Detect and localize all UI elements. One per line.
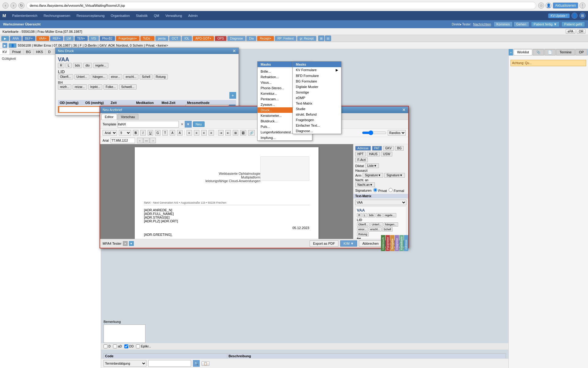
diktat-button[interactable]: Liste▼ — [365, 163, 379, 168]
submenu-bg-formulare[interactable]: BG Formulare — [293, 79, 341, 84]
side-tab-diagnose[interactable]: Diagnose — [395, 235, 399, 239]
submenu-einfacher-text[interactable]: Einfacher Text... — [293, 123, 341, 128]
nav-organisation[interactable]: Organisation — [108, 13, 132, 18]
arztbrief-tab-editor[interactable]: Editor — [101, 114, 117, 120]
submenu-sonstige[interactable]: Sonstige — [293, 90, 341, 95]
bh-btn-folke[interactable]: Folke... — [104, 84, 118, 90]
indent-1[interactable]: ← — [137, 138, 143, 143]
left-tab-bg[interactable]: BG — [24, 49, 34, 55]
epa-button[interactable]: ePA — [566, 29, 575, 34]
bh-btn-schwell[interactable]: Schwell... — [119, 84, 137, 90]
vaa-btn-l[interactable]: L — [66, 63, 72, 68]
arm-signature-2[interactable]: Signature▼ — [384, 173, 405, 178]
worklist-tab-worklist[interactable]: Worklist — [514, 49, 532, 56]
usw-button[interactable]: USW — [381, 152, 392, 156]
vaa-dialog-close[interactable]: ✕ — [232, 49, 236, 53]
bh-btn-reizfr[interactable]: reizfr... — [58, 84, 71, 90]
patient-fertig-button[interactable]: Patient fertig ▼ — [531, 21, 560, 27]
patient-geht-button[interactable]: Patient geht — [561, 21, 585, 27]
subscript-button[interactable]: A — [170, 130, 175, 136]
arztbrief-editor[interactable]: Webbasierte Ophtalmologie Multiplatform … — [100, 144, 353, 239]
hpt-button[interactable]: HPT — [355, 152, 366, 156]
preview-erschl-btn[interactable]: erschl... — [369, 227, 382, 232]
tab-bef[interactable]: BEF+ — [22, 36, 36, 41]
template-input[interactable] — [118, 121, 179, 128]
nachte-dropdown[interactable]: Nacht.an▼ — [355, 182, 375, 187]
lid-btn-oberfl[interactable]: Oberfl... — [58, 74, 73, 79]
side-tab-untersuch[interactable]: Untersuch. — [381, 235, 385, 239]
indent-button[interactable]: ⇥ — [218, 130, 224, 136]
prev-patient-button[interactable]: ▶ — [2, 43, 7, 48]
add-worklist-icon[interactable]: + — [509, 49, 513, 56]
kommen-button[interactable]: Kommen — [494, 21, 513, 27]
submenu-digitale-muster[interactable]: Digitale Muster — [293, 84, 341, 90]
preview-einor-btn[interactable]: einor... — [357, 227, 368, 232]
menu-icon[interactable]: ⋮ — [579, 2, 586, 9]
color-button[interactable]: A — [177, 130, 183, 136]
outdent-button[interactable]: ⇤ — [225, 130, 231, 136]
table-button[interactable]: ⊞ — [233, 130, 238, 136]
submenu-bfd-formulare[interactable]: BFD Formulare — [293, 73, 341, 79]
preview-rotung-btn[interactable]: Rotung — [357, 232, 369, 236]
farzt-button[interactable]: F-Arzt — [355, 158, 368, 162]
submenu-edmp[interactable]: eDMP — [293, 95, 341, 101]
left-tab-hks[interactable]: HKS — [34, 49, 46, 55]
italic-button[interactable]: I — [140, 130, 146, 136]
side-tab-parameter[interactable]: Parameter — [386, 235, 390, 239]
preview-oberfl-btn[interactable]: Oberfl... — [357, 222, 370, 227]
preview-dto-btn[interactable]: dto — [376, 213, 383, 217]
adresse-button[interactable]: Adresse — [355, 146, 371, 151]
bottom-expand-icon[interactable]: ▼ — [129, 241, 134, 246]
star-icon[interactable]: ☆ — [538, 2, 544, 9]
tab-rp-freitext[interactable]: RP: Freitext — [275, 36, 296, 41]
bold-button[interactable]: B — [133, 130, 138, 136]
nav-expand-icon[interactable]: ⊞ — [579, 13, 586, 19]
user-icon[interactable]: 👤 — [545, 2, 552, 9]
nav-statistik[interactable]: Statistik — [134, 13, 150, 18]
bottom-close-icon[interactable]: ✕ — [123, 241, 128, 246]
checkbox-dd[interactable]: DD — [124, 344, 134, 348]
arm-signature-1[interactable]: Signature▼ — [363, 173, 383, 178]
neu-button[interactable]: Neu — [193, 121, 205, 127]
nav-qm[interactable]: QM — [151, 13, 162, 18]
nav-user-icon[interactable]: 👤 — [571, 13, 578, 19]
randlos-select[interactable]: Randlos — [388, 130, 406, 136]
context-impfung[interactable]: Impfung... — [258, 135, 312, 140]
checkbox-ad[interactable]: aD — [113, 344, 122, 348]
indent-3[interactable]: → — [150, 138, 156, 143]
submenu-diagnose[interactable]: Diagnose... — [293, 128, 341, 134]
left-tab-d[interactable]: D — [46, 49, 53, 55]
tab-ref[interactable]: REF+ — [50, 36, 63, 41]
font-select[interactable]: Arial — [103, 130, 117, 136]
side-tab-textgabe[interactable]: Textgabe — [390, 235, 394, 239]
tab-todo[interactable]: ToDo . — [140, 36, 155, 41]
lid-btn-erschl[interactable]: erschl... — [123, 74, 138, 79]
arztbrief-close[interactable]: ✕ — [402, 108, 406, 112]
termin-icon-btn[interactable]: 📋 — [202, 361, 209, 366]
nav-admin[interactable]: Admin — [186, 13, 200, 18]
submenu-text-matrix[interactable]: Text-Matrix — [293, 101, 341, 106]
submenu-kv-formulare[interactable]: KV Formulare▶ — [293, 67, 341, 73]
bh-btn-reizar[interactable]: reizar... — [73, 84, 87, 90]
superscript-button[interactable]: T — [162, 130, 168, 136]
bemerkung-textarea[interactable] — [104, 324, 145, 343]
align-right-button[interactable]: ≡ — [201, 130, 207, 136]
image-button[interactable]: 🖼 — [240, 130, 246, 136]
worklist-tab-op[interactable]: OP — [575, 49, 587, 56]
date-input[interactable] — [111, 138, 135, 143]
preview-bds-btn[interactable]: bds — [368, 213, 375, 217]
strikethrough-button[interactable]: G — [155, 130, 160, 136]
haus-button[interactable]: HAUS — [367, 152, 380, 156]
lid-btn-einor[interactable]: einor... — [109, 74, 122, 79]
kv-update-button[interactable]: KV-Update ! — [548, 13, 570, 18]
bg-button[interactable]: BG — [395, 146, 404, 151]
tab-iol[interactable]: IOL — [182, 36, 192, 41]
preview-regel-btn[interactable]: regele... — [383, 213, 397, 217]
submenu-strukt-befund[interactable]: strukt. Befund — [293, 112, 341, 117]
side-tab-adresse[interactable]: Adresse — [404, 235, 408, 239]
update-icon[interactable]: Aktualisieren — [553, 2, 578, 9]
gehen-button[interactable]: Gehen — [514, 21, 529, 27]
nav-rechnungswesen[interactable]: Rechnungswesen — [41, 13, 73, 18]
preview-unterl-btn[interactable]: Unterl... — [370, 222, 383, 227]
bh-btn-injekt[interactable]: Injekt... — [88, 84, 102, 90]
